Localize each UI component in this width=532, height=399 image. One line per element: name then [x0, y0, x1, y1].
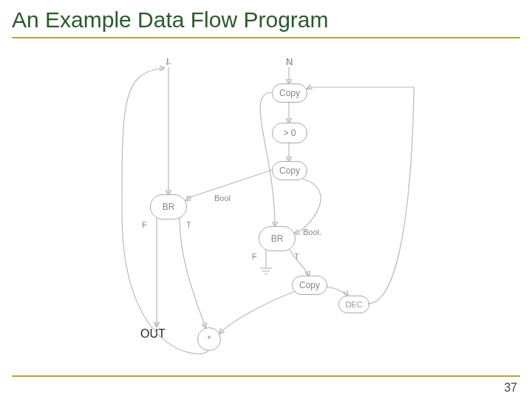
node-dec: DEC — [338, 296, 369, 313]
branch2-F: F — [252, 252, 257, 261]
node-copy-mid: Copy — [272, 161, 307, 180]
wires — [0, 43, 532, 375]
input-N-label: N — [286, 56, 293, 67]
node-copy-low: Copy — [292, 276, 327, 295]
title-rule — [12, 37, 520, 38]
node-copy-top: Copy — [272, 83, 307, 103]
branch1-F: F — [142, 220, 147, 229]
branch1-T: T — [186, 220, 191, 229]
page-number: 37 — [504, 381, 517, 395]
node-br-left: BR — [150, 194, 187, 219]
output-label: OUT — [140, 327, 166, 341]
bool-label-1: Bool — [214, 194, 231, 202]
svg-line-6 — [186, 197, 192, 200]
node-br-mid: BR — [259, 226, 296, 251]
input-I-label: I — [166, 56, 169, 67]
bool-label-2: Bool. — [303, 228, 321, 236]
branch2-T: T — [294, 252, 299, 261]
page-title: An Example Data Flow Program — [0, 0, 532, 37]
diagram-stage: I N Copy > 0 Copy BR BR Copy DEC * Bool … — [0, 43, 532, 375]
node-gt0: > 0 — [272, 123, 307, 143]
node-mul: * — [197, 327, 221, 351]
footer-rule — [12, 375, 520, 377]
